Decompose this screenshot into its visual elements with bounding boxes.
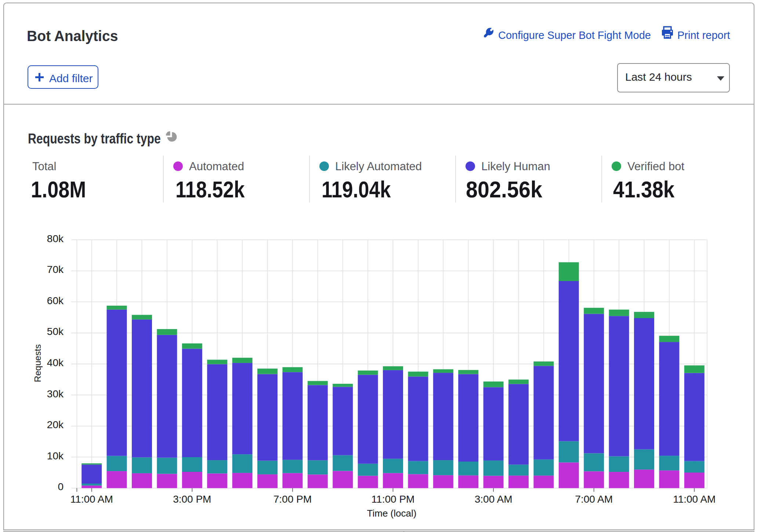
svg-text:0: 0 [58, 481, 64, 492]
svg-text:11:00 PM: 11:00 PM [372, 493, 415, 505]
svg-text:30k: 30k [47, 388, 64, 400]
svg-text:7:00 AM: 7:00 AM [575, 493, 613, 505]
svg-text:50k: 50k [47, 326, 64, 337]
svg-text:3:00 PM: 3:00 PM [173, 493, 211, 505]
svg-text:11:00 AM: 11:00 AM [70, 493, 113, 505]
svg-text:Time (local): Time (local) [367, 508, 417, 519]
svg-text:7:00 PM: 7:00 PM [274, 493, 312, 505]
svg-text:60k: 60k [47, 295, 64, 306]
svg-text:70k: 70k [47, 264, 64, 275]
svg-text:Requests: Requests [33, 344, 43, 382]
svg-text:40k: 40k [47, 357, 64, 368]
svg-text:20k: 20k [47, 419, 64, 430]
svg-text:11:00 AM: 11:00 AM [673, 493, 716, 505]
svg-text:80k: 80k [47, 233, 64, 244]
svg-text:10k: 10k [47, 450, 64, 462]
svg-text:3:00 AM: 3:00 AM [475, 493, 512, 505]
